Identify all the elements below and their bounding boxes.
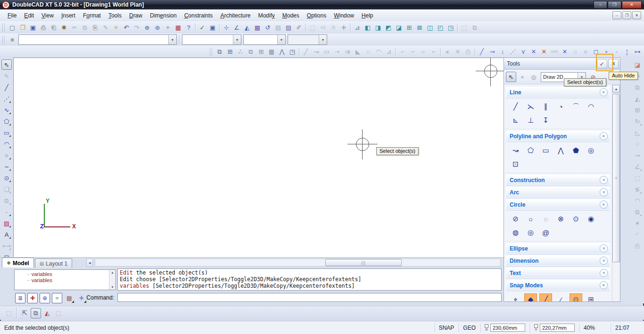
paste-special-button[interactable]: ⍟ [111, 22, 121, 33]
point-tool-button[interactable]: ∙ [1, 207, 12, 217]
snap-apparent-intersection-button[interactable]: ✕ [539, 47, 549, 57]
multiline-tool[interactable]: ⋀ [554, 144, 567, 157]
circle-two-point-tool[interactable]: ◌ [539, 213, 552, 225]
equals-button[interactable]: = [52, 293, 62, 303]
eraser-tool-button[interactable]: ◪ [632, 59, 643, 70]
lineweight-combo[interactable]: ▼ [288, 34, 327, 45]
polyline-tool[interactable]: ↝ [509, 144, 522, 157]
circle-center-point-tool[interactable]: ⊘ [509, 213, 522, 225]
donut-tool[interactable]: ◎ [585, 144, 597, 157]
copy-selection-button[interactable]: ⧉ [246, 47, 256, 57]
collapse-section-icon[interactable]: « [600, 281, 608, 289]
line-parallel-tool[interactable]: ∥ [539, 100, 552, 113]
array-copy-button[interactable]: ⊞ [225, 47, 235, 57]
settings-button[interactable]: ✱ [59, 22, 69, 33]
menu-file[interactable]: File [4, 11, 20, 20]
copy-in-place-button[interactable]: ⧉ [215, 47, 225, 57]
spline-tool-button[interactable]: ∼ [1, 161, 12, 172]
construction-line-tool-button[interactable]: ⋰ [1, 93, 12, 104]
arc-tool-button[interactable]: ◠ [1, 139, 12, 149]
menu-view[interactable]: View [38, 11, 58, 20]
mdi-restore-button[interactable]: ❐ [622, 11, 631, 19]
menu-format[interactable]: Format [79, 11, 105, 20]
x-coordinate-field[interactable]: 230,60mm [490, 324, 525, 332]
view-front-button[interactable]: ◨ [373, 22, 383, 33]
text-tool-button[interactable]: A [1, 229, 12, 240]
add-variable-button[interactable]: ✚ [27, 293, 38, 303]
scrollbar-thumb[interactable]: ≡ [612, 94, 620, 262]
no-snap-button[interactable]: ⌖ [509, 293, 522, 301]
save-button[interactable]: ▣ [28, 22, 38, 33]
radial-copy-button[interactable]: ∴ [235, 47, 246, 57]
new-document-button[interactable]: ▢ [7, 22, 17, 33]
snap-move-button[interactable]: ✛ [339, 22, 349, 33]
mdi-minimize-button[interactable]: – [612, 11, 621, 19]
snap-nearest-button[interactable]: ∕ [554, 293, 567, 301]
snap-intersection-button[interactable]: ✕ [528, 47, 539, 57]
layer-combo[interactable]: ▼ [18, 34, 177, 45]
mirror-copy-button[interactable]: ⋀ [277, 47, 287, 57]
tree-item-variables[interactable]: ┈variables [27, 277, 109, 284]
menu-modes[interactable]: Modes [279, 11, 303, 20]
tab-layout-1[interactable]: ▤ Layout 1 [35, 259, 73, 268]
view-right-button[interactable]: ⊞ [404, 22, 414, 33]
tab-scroll-left-button[interactable]: ◂ [86, 259, 93, 267]
materials-button[interactable]: ▨ [283, 22, 294, 33]
console-output[interactable]: Edit the selected object(s)Edit choose [… [117, 268, 502, 291]
chevron-down-icon[interactable]: ▼ [277, 35, 285, 44]
tools-panel-header[interactable]: Tools ⊸✕ [504, 58, 620, 70]
pick-copy-button[interactable]: ⇱ [19, 308, 30, 318]
ellipse-tool-button[interactable]: ⊙ [1, 173, 12, 183]
snap-divide-button[interactable]: ¦ [622, 47, 632, 57]
menu-architecture[interactable]: Architecture [216, 11, 254, 20]
section-text[interactable]: Text« [506, 267, 610, 278]
snap-midpoint-button[interactable]: ⊸ [487, 47, 497, 57]
circle-concentric-tool[interactable]: ◎ [524, 226, 537, 239]
stamp-copy-button[interactable]: ◳ [287, 47, 297, 57]
print-preview-button[interactable]: ⎗ [49, 22, 59, 33]
snap-grid-button[interactable]: ⊞ [585, 293, 597, 301]
section-arc[interactable]: Arc« [506, 187, 610, 198]
expand-section-icon[interactable]: « [600, 188, 608, 196]
scroll-up-icon[interactable]: ▲ [612, 85, 620, 93]
degrade-selection-button[interactable]: ◭ [42, 308, 52, 318]
paste-button[interactable]: ⎘ [90, 22, 100, 33]
restore-button[interactable]: ❐ [608, 1, 621, 9]
rectangle-tool[interactable]: ▭ [539, 144, 552, 157]
area-tool-button[interactable]: ◭ [242, 22, 252, 33]
menu-tools[interactable]: Tools [105, 11, 125, 20]
view-iso-sw-button[interactable]: ◫ [425, 22, 435, 33]
array-selection-button[interactable]: ⊞ [256, 47, 266, 57]
close-button[interactable]: ✕ [622, 1, 642, 9]
mdi-close-button[interactable]: ✕ [632, 11, 641, 19]
menu-edit[interactable]: Edit [20, 11, 38, 20]
help-button[interactable]: ? [183, 22, 194, 33]
line-tool[interactable]: ╱ [509, 100, 522, 113]
zoom-in-button[interactable]: ⊕ [142, 22, 152, 33]
double-line-rectangle-tool[interactable]: ⊡ [509, 158, 522, 170]
menu-draw[interactable]: Draw [125, 11, 146, 20]
line-perpendicular-from-arc-tool[interactable]: ⊥ [524, 114, 537, 126]
menu-constraints[interactable]: Constraints [181, 11, 217, 20]
selection-check-button[interactable]: ▣ [207, 22, 218, 33]
view-iso-ne-button[interactable]: ◰ [435, 22, 446, 33]
snap-nearest-button[interactable]: ⋰ [508, 47, 518, 57]
chevron-down-icon[interactable]: ▼ [319, 35, 327, 44]
minimize-button[interactable]: – [594, 1, 607, 9]
calculator-button[interactable]: ▦ [173, 22, 183, 33]
expand-section-icon[interactable]: « [600, 257, 608, 265]
scroll-down-icon[interactable]: ▼ [111, 285, 114, 289]
circle-tangent-entity-tool[interactable]: ◉ [585, 213, 597, 225]
y-coordinate-field[interactable]: 220,27mm [540, 324, 575, 332]
scroll-up-icon[interactable]: ▲ [111, 271, 114, 274]
line-vertical-tool[interactable]: ↧ [539, 114, 552, 126]
select-tool-button[interactable]: ⇖ [1, 59, 12, 70]
snap-arc-center-button[interactable]: ○ [580, 47, 591, 57]
insert-point-button[interactable]: ⊕ [40, 293, 50, 303]
tools-panel-scrollbar[interactable]: ▲ ≡ [612, 84, 620, 301]
color-combo[interactable]: ▼ [182, 34, 241, 45]
collapse-section-icon[interactable]: « [600, 88, 608, 96]
snap-entity-button[interactable]: ∘ [601, 47, 611, 57]
menu-help[interactable]: Help [358, 11, 377, 20]
auto-hide-pin-button[interactable]: ⊸ [597, 59, 607, 68]
